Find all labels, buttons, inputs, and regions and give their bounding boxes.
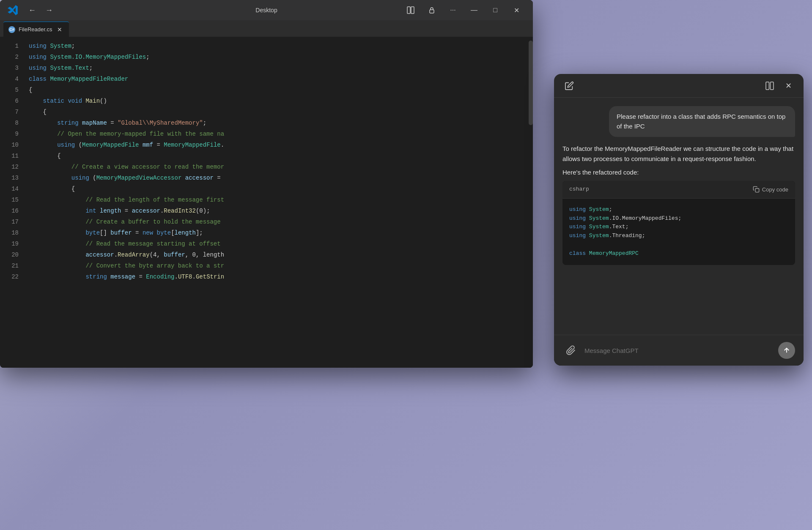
svg-rect-4 xyxy=(771,82,774,90)
code-line: using (MemoryMappedFile mmf = MemoryMapp… xyxy=(29,139,533,150)
paperclip-icon xyxy=(566,345,576,355)
svg-rect-0 xyxy=(407,7,410,14)
chat-header-right: ✕ xyxy=(763,79,795,93)
close-icon: ✕ xyxy=(785,81,792,90)
code-line: { xyxy=(29,150,533,161)
line-numbers: 12345678910111213141516171819202122 xyxy=(0,37,22,368)
chat-code-line: class MemoryMappedRPC xyxy=(569,249,788,258)
copy-icon xyxy=(753,186,760,193)
code-line: accessor.ReadArray(4, buffer, 0, length xyxy=(29,249,533,260)
code-line: static void Main() xyxy=(29,96,533,107)
chat-input-area xyxy=(554,335,804,366)
lock-icon xyxy=(428,6,436,14)
file-type-icon: C# xyxy=(8,26,15,33)
send-button[interactable] xyxy=(778,342,795,359)
code-line: // Convert the byte array back to a str xyxy=(29,260,533,271)
chat-messages[interactable]: Please refactor into a class that adds R… xyxy=(554,98,804,335)
code-block-header: csharp Copy code xyxy=(562,181,795,199)
code-line: class MemoryMappedFileReader xyxy=(29,74,533,85)
split-icon xyxy=(407,6,414,14)
tab-close-button[interactable]: ✕ xyxy=(55,25,64,34)
copy-code-button[interactable]: Copy code xyxy=(753,186,788,193)
lock-button[interactable] xyxy=(422,3,442,17)
editor-area: 12345678910111213141516171819202122 usin… xyxy=(0,37,533,368)
vscode-window: ← → Desktop ··· — □ ✕ C# FileReader.cs ✕… xyxy=(0,0,533,368)
code-line: // Read the message starting at offset xyxy=(29,238,533,249)
code-line: // Create a buffer to hold the message xyxy=(29,216,533,227)
code-line: // Read the length of the message first xyxy=(29,194,533,205)
assistant-section-text: Here's the refactored code: xyxy=(562,167,795,178)
user-message-bubble: Please refactor into a class that adds R… xyxy=(609,106,795,137)
chat-edit-button[interactable] xyxy=(562,79,576,93)
code-line: // Open the memory-mapped file with the … xyxy=(29,128,533,139)
minimize-button[interactable]: — xyxy=(464,3,484,17)
title-bar: ← → Desktop ··· — □ ✕ xyxy=(0,0,533,20)
title-bar-nav: ← → xyxy=(25,3,56,17)
chat-code-line: using System.IO.MemoryMappedFiles; xyxy=(569,214,788,223)
code-line: string message = Encoding.UTF8.GetStrin xyxy=(29,271,533,282)
code-line: int length = accessor.ReadInt32(0); xyxy=(29,205,533,216)
title-bar-controls: ··· — □ ✕ xyxy=(401,3,526,17)
code-line: using System; xyxy=(29,41,533,52)
code-line: { xyxy=(29,107,533,117)
tab-bar: C# FileReader.cs ✕ xyxy=(0,20,533,37)
edit-icon xyxy=(565,81,574,90)
attach-button[interactable] xyxy=(562,342,579,359)
code-block: csharp Copy code using System;using Syst… xyxy=(562,181,795,265)
code-line: // Create a view accessor to read the me… xyxy=(29,161,533,172)
svg-rect-5 xyxy=(755,189,759,192)
code-line: byte[] buffer = new byte[length]; xyxy=(29,227,533,238)
code-line: using System.IO.MemoryMappedFiles; xyxy=(29,52,533,63)
chatgpt-panel: ✕ Please refactor into a class that adds… xyxy=(554,74,804,366)
chat-code-line: using System.Threading; xyxy=(569,232,788,240)
maximize-button[interactable]: □ xyxy=(486,3,505,17)
chat-header-left xyxy=(562,79,576,93)
send-icon xyxy=(783,347,790,354)
window-title: Desktop xyxy=(255,7,277,14)
code-block-body: using System;using System.IO.MemoryMappe… xyxy=(562,199,795,265)
code-line: using (MemoryMappedViewAccessor accessor… xyxy=(29,172,533,183)
chat-code-line: using System.Text; xyxy=(569,223,788,232)
split-editor-button[interactable] xyxy=(401,3,420,17)
forward-button[interactable]: → xyxy=(42,3,56,17)
code-line: { xyxy=(29,85,533,96)
back-button[interactable]: ← xyxy=(25,3,39,17)
chat-close-button[interactable]: ✕ xyxy=(782,79,795,93)
chat-header: ✕ xyxy=(554,74,804,98)
tab-filename: FileReader.cs xyxy=(19,26,52,33)
file-tab[interactable]: C# FileReader.cs ✕ xyxy=(3,22,69,37)
vscode-logo-icon xyxy=(7,4,19,16)
assistant-intro-text: To refactor the MemoryMappedFileReader w… xyxy=(562,144,795,164)
code-line: string mapName = "Global\\MySharedMemory… xyxy=(29,117,533,128)
chat-code-line xyxy=(569,240,788,249)
chat-code-line: using System; xyxy=(569,205,788,214)
chat-input-field[interactable] xyxy=(584,347,773,354)
scrollbar[interactable] xyxy=(529,41,533,125)
code-lang-label: csharp xyxy=(569,185,589,194)
code-line: using System.Text; xyxy=(29,63,533,74)
chat-split-icon xyxy=(765,82,774,90)
svg-rect-2 xyxy=(430,10,434,13)
chat-split-button[interactable] xyxy=(763,79,776,93)
more-button[interactable]: ··· xyxy=(443,3,463,17)
code-editor[interactable]: using System;using System.IO.MemoryMappe… xyxy=(22,37,533,368)
svg-rect-3 xyxy=(766,82,769,90)
close-button[interactable]: ✕ xyxy=(507,3,526,17)
code-line: { xyxy=(29,183,533,194)
svg-rect-1 xyxy=(411,7,414,14)
assistant-message: To refactor the MemoryMappedFileReader w… xyxy=(562,144,795,265)
